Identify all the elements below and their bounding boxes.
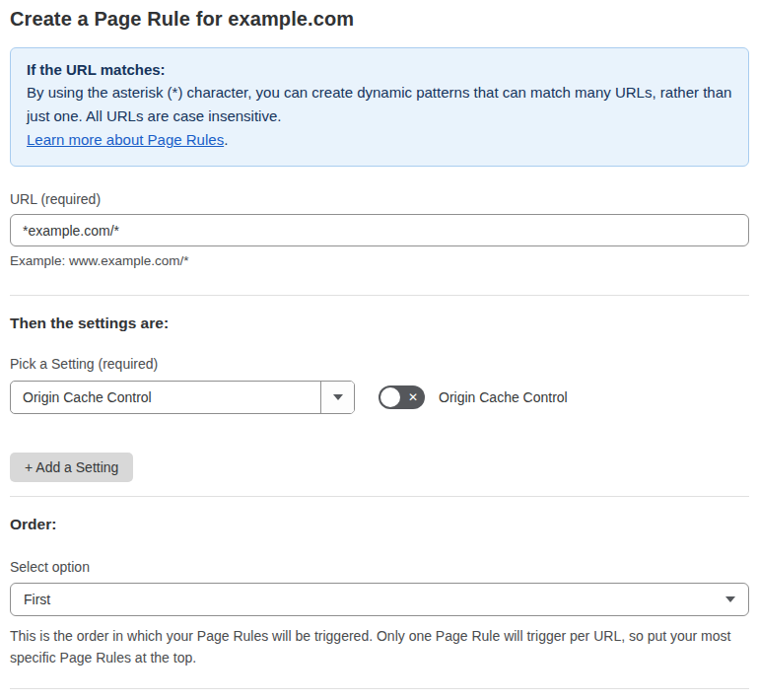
settings-section-heading: Then the settings are: <box>10 315 749 332</box>
order-select[interactable]: First <box>10 583 749 616</box>
caret-down-icon <box>333 394 343 400</box>
order-section-heading: Order: <box>10 516 749 533</box>
link-suffix: . <box>224 131 228 148</box>
url-input[interactable] <box>10 214 749 246</box>
setting-select-value: Origin Cache Control <box>11 382 320 413</box>
info-link-line: Learn more about Page Rules. <box>27 128 732 152</box>
page-title: Create a Page Rule for example.com <box>10 8 749 31</box>
toggle-knob <box>380 387 400 407</box>
toggle-label: Origin Cache Control <box>439 389 568 405</box>
setting-select-arrow-button[interactable] <box>320 382 354 413</box>
caret-down-icon <box>725 596 735 602</box>
create-page-rule-form: Create a Page Rule for example.com If th… <box>0 0 759 700</box>
origin-cache-control-toggle[interactable]: ✕ <box>379 385 425 409</box>
toggle-off-x-icon: ✕ <box>408 391 418 403</box>
divider <box>10 295 749 296</box>
divider <box>10 496 749 497</box>
order-select-value: First <box>24 592 50 607</box>
info-box-heading: If the URL matches: <box>27 61 732 78</box>
setting-select[interactable]: Origin Cache Control <box>10 381 355 414</box>
order-select-label: Select option <box>10 559 749 575</box>
divider <box>10 688 749 689</box>
pick-setting-label: Pick a Setting (required) <box>10 356 749 372</box>
setting-row: Origin Cache Control ✕ Origin Cache Cont… <box>10 381 749 414</box>
order-helper-text: This is the order in which your Page Rul… <box>10 625 747 668</box>
url-example-helper: Example: www.example.com/* <box>10 253 749 268</box>
info-box-body: By using the asterisk (*) character, you… <box>27 81 732 128</box>
learn-more-link[interactable]: Learn more about Page Rules <box>27 131 224 148</box>
url-field-label: URL (required) <box>10 191 749 207</box>
url-match-info-box: If the URL matches: By using the asteris… <box>10 47 749 167</box>
add-setting-button[interactable]: + Add a Setting <box>10 453 133 482</box>
